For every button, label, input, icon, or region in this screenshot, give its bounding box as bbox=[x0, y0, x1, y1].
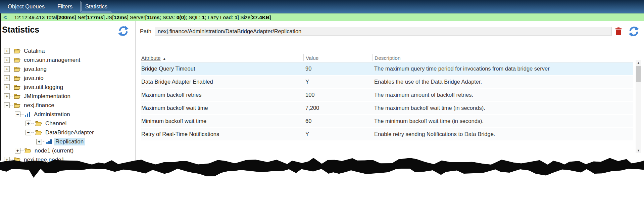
tree-item-label[interactable]: JMImplementation bbox=[22, 93, 72, 100]
tree-item-label[interactable]: java.lang bbox=[22, 66, 48, 73]
tree-item[interactable]: + java.util.logging bbox=[1, 83, 136, 92]
value-cell: Y bbox=[303, 131, 372, 137]
status-metric-part: ] bbox=[269, 14, 271, 20]
folder-icon bbox=[14, 57, 20, 63]
tree-expander[interactable]: − bbox=[26, 130, 31, 135]
tree-item-label[interactable]: Catalina bbox=[22, 47, 46, 55]
scroll-thumb[interactable] bbox=[636, 66, 641, 82]
folder-icon bbox=[14, 93, 20, 99]
tree-connector-line bbox=[10, 69, 13, 69]
page-title: Statistics bbox=[2, 25, 39, 35]
path-actions bbox=[615, 26, 641, 37]
tree-item[interactable]: − DataBridgeAdapter bbox=[1, 128, 136, 137]
column-header-value[interactable]: Value bbox=[303, 54, 372, 61]
attribute-header-label[interactable]: Attribute bbox=[141, 55, 161, 61]
tree-item-label[interactable]: Channel bbox=[44, 120, 68, 127]
status-metric-part: 11ms bbox=[147, 14, 160, 20]
tree-expander[interactable]: + bbox=[4, 93, 10, 99]
tree-item[interactable]: − Administration bbox=[1, 110, 136, 119]
scroll-down-icon[interactable]: ▼ bbox=[636, 148, 641, 153]
tree-item-label[interactable]: java.nio bbox=[22, 75, 45, 82]
tree-expander[interactable]: + bbox=[36, 139, 42, 144]
tree-connector-line bbox=[10, 60, 13, 60]
status-metric-part: ; SQL: bbox=[186, 14, 202, 20]
tree-item[interactable]: + nexj.teee.node1 bbox=[1, 155, 136, 164]
tree-expander[interactable]: + bbox=[15, 148, 20, 154]
table-header: Attribute▲ Value Description bbox=[141, 53, 633, 62]
refresh-icon bbox=[117, 33, 130, 38]
tab-statistics[interactable]: Statistics bbox=[82, 2, 111, 11]
tree-expander[interactable]: + bbox=[4, 84, 10, 90]
table-row[interactable]: Minimum backoff wait time 60 The minimum… bbox=[141, 115, 633, 128]
tree-item[interactable]: + java.lang bbox=[1, 64, 136, 74]
table-row[interactable]: Maximum backoff wait time 7,200 The maxi… bbox=[141, 102, 633, 115]
attribute-cell: Minimum backoff wait time bbox=[141, 118, 303, 124]
folder-icon bbox=[35, 121, 42, 126]
path-input[interactable] bbox=[155, 27, 611, 36]
tab-filters[interactable]: Filters bbox=[54, 2, 76, 11]
value-cell: 7,200 bbox=[303, 105, 372, 111]
tree-item[interactable]: + java.nio bbox=[1, 74, 136, 83]
tree-indent-guides bbox=[4, 138, 36, 145]
tree-connector-line bbox=[20, 114, 23, 115]
tree-item-label[interactable]: Administration bbox=[33, 111, 71, 118]
tree-indent-guides bbox=[4, 147, 15, 154]
status-metrics: 12:12:49.413 Total[200ms] Net[177ms] JS[… bbox=[12, 14, 271, 20]
status-metric-part: 27.4KB bbox=[252, 14, 270, 20]
tree-item[interactable]: + Replication bbox=[1, 137, 136, 146]
sidebar-refresh-button[interactable] bbox=[117, 25, 130, 37]
tree-item-label[interactable]: nexj.finance bbox=[22, 102, 56, 109]
tree-expander[interactable]: + bbox=[4, 75, 10, 81]
table-row[interactable]: Data Bridge Adapter Enabled Y Enables th… bbox=[141, 76, 633, 89]
folder-icon bbox=[14, 48, 20, 54]
tree-item-label[interactable]: Replication bbox=[54, 138, 85, 145]
tree-expander[interactable]: + bbox=[4, 157, 10, 163]
status-metric-part: 1 bbox=[202, 14, 205, 20]
tree-expander[interactable]: + bbox=[4, 48, 10, 54]
tree-item[interactable]: + node1 (current) bbox=[1, 146, 136, 155]
table-row[interactable]: Maximum backoff retries 100 The maximum … bbox=[141, 89, 633, 102]
column-header-attribute[interactable]: Attribute▲ bbox=[141, 55, 303, 61]
column-header-description[interactable]: Description bbox=[372, 54, 633, 61]
tree-connector-line bbox=[42, 141, 45, 142]
status-metric-part: ] Server[ bbox=[127, 14, 147, 20]
path-label: Path bbox=[140, 28, 151, 35]
tree-item[interactable]: + JMImplementation bbox=[1, 92, 136, 101]
tree-item-label[interactable]: com.sun.management bbox=[22, 56, 82, 64]
tree-indent-guides bbox=[4, 111, 15, 118]
delete-button[interactable] bbox=[615, 27, 622, 36]
tree-expander[interactable]: + bbox=[26, 121, 31, 126]
tree-expander[interactable]: − bbox=[15, 112, 20, 117]
table-row[interactable]: Retry of Real-Time Notifications Y Enabl… bbox=[141, 128, 633, 141]
chart-icon bbox=[46, 139, 52, 144]
table-scrollbar[interactable]: ▲ ▼ bbox=[636, 60, 641, 153]
tree-expander[interactable]: − bbox=[4, 102, 10, 108]
table-body: Bridge Query Timeout 90 The maximum quer… bbox=[141, 62, 633, 141]
tree-expander[interactable]: + bbox=[4, 57, 10, 63]
value-cell: 60 bbox=[303, 118, 372, 124]
tree-item-label[interactable]: java.util.logging bbox=[22, 84, 64, 91]
tree-item[interactable]: − nexj.finance bbox=[1, 101, 136, 110]
value-cell: 90 bbox=[303, 66, 372, 72]
tree-item-label[interactable]: nexj.teee.node1 bbox=[22, 156, 66, 164]
tab-object-queues[interactable]: Object Queues bbox=[4, 2, 48, 11]
folder-icon bbox=[14, 102, 20, 108]
tree-item[interactable]: + Catalina bbox=[1, 46, 136, 55]
tree-item-label[interactable]: DataBridgeAdapter bbox=[44, 129, 95, 136]
attribute-cell: Bridge Query Timeout bbox=[141, 66, 303, 72]
scroll-up-icon[interactable]: ▲ bbox=[636, 60, 641, 66]
description-cell: The maximum amount of backoff retries. bbox=[372, 92, 633, 98]
path-refresh-button[interactable] bbox=[628, 26, 640, 37]
table-row[interactable]: Bridge Query Timeout 90 The maximum quer… bbox=[141, 62, 633, 76]
tree-connector-line bbox=[31, 132, 34, 133]
tree-item[interactable]: + com.sun.management bbox=[1, 55, 136, 64]
tree-indent-guides bbox=[4, 129, 26, 136]
tree-item-label[interactable]: node1 (current) bbox=[33, 147, 75, 155]
tree-item[interactable]: + Channel bbox=[1, 119, 136, 128]
status-metric-part: 1 bbox=[235, 14, 238, 20]
attribute-cell: Data Bridge Adapter Enabled bbox=[141, 79, 303, 85]
tree-expander[interactable]: + bbox=[4, 66, 10, 72]
back-arrow-icon[interactable]: < bbox=[1, 14, 12, 20]
tree-indent-guides bbox=[4, 120, 26, 127]
sort-asc-icon: ▲ bbox=[163, 57, 166, 60]
